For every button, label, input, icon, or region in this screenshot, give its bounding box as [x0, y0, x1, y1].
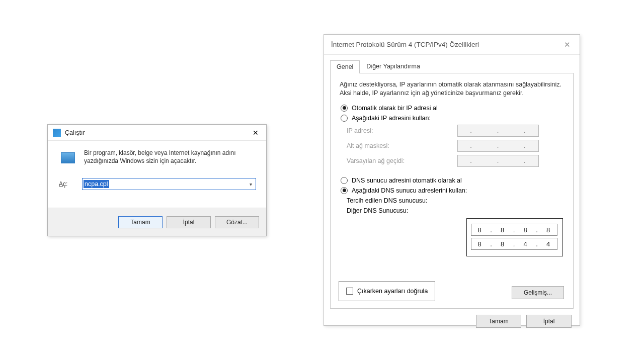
tab-body-general: Ağınız destekliyorsa, IP ayarlarının oto… — [330, 73, 574, 309]
pref-dns-input[interactable]: 8. 8. 8. 8 — [471, 224, 557, 236]
tab-general[interactable]: Genel — [330, 60, 360, 73]
ok-button[interactable]: Tamam — [476, 315, 521, 328]
ipv4-properties-dialog: İnternet Protokolü Sürüm 4 (TCP/IPv4) Öz… — [324, 34, 580, 326]
run-footer: Tamam İptal Gözat... — [48, 208, 266, 236]
dns-manual-label: Aşağıdaki DNS sunucu adreslerini kullan: — [352, 187, 467, 194]
ip-address-label: IP adresi: — [347, 127, 457, 134]
ip-manual-radio[interactable]: Aşağıdaki IP adresini kullan: — [341, 115, 565, 122]
dns-auto-label: DNS sunucu adresini otomatik olarak al — [352, 177, 462, 184]
radio-icon — [341, 177, 348, 184]
cancel-button[interactable]: İptal — [167, 216, 211, 228]
advanced-button[interactable]: Gelişmiş... — [512, 286, 564, 299]
run-titlebar: Çalıştır ✕ — [48, 125, 266, 141]
pref-dns-label: Tercih edilen DNS sunucusu: — [347, 197, 457, 204]
run-body: Bir program, klasör, belge veya Internet… — [48, 141, 266, 195]
help-text: Ağınız destekliyorsa, IP ayarlarının oto… — [340, 80, 565, 98]
dns-entries-frame: 8. 8. 8. 8 8. 8. 4. 4 — [466, 218, 563, 256]
cancel-button[interactable]: İptal — [526, 315, 572, 328]
ipv4-titlebar: İnternet Protokolü Sürüm 4 (TCP/IPv4) Öz… — [324, 35, 580, 55]
ip-auto-radio[interactable]: Otomatik olarak bir IP adresi al — [341, 105, 565, 112]
alt-dns-label: Diğer DNS Sunucusu: — [347, 207, 457, 214]
radio-icon — [341, 105, 348, 112]
browse-button[interactable]: Gözat... — [215, 216, 259, 228]
run-description: Bir program, klasör, belge veya Internet… — [84, 149, 250, 165]
ip-address-input: ... — [457, 125, 539, 137]
tabstrip: Genel Diğer Yapılandırma — [330, 60, 574, 73]
dns-manual-radio[interactable]: Aşağıdaki DNS sunucu adreslerini kullan: — [341, 187, 565, 194]
ipv4-footer: Tamam İptal — [324, 309, 580, 328]
subnet-input: ... — [457, 140, 539, 152]
run-app-icon — [53, 129, 61, 137]
ipv4-title: İnternet Protokolü Sürüm 4 (TCP/IPv4) Öz… — [331, 41, 559, 48]
validate-label: Çıkarken ayarları doğrula — [357, 288, 428, 295]
run-dialog: Çalıştır ✕ Bir program, klasör, belge ve… — [47, 124, 267, 236]
close-icon[interactable]: ✕ — [248, 127, 263, 138]
radio-icon — [341, 187, 348, 194]
open-combobox[interactable]: ncpa.cpl ▾ — [82, 178, 256, 190]
ok-button[interactable]: Tamam — [118, 216, 163, 228]
radio-icon — [341, 115, 348, 122]
gateway-input: ... — [457, 155, 539, 167]
run-large-icon — [59, 149, 77, 167]
checkbox-icon — [346, 288, 353, 295]
ip-auto-label: Otomatik olarak bir IP adresi al — [352, 105, 438, 112]
open-label: Aç: — [59, 180, 82, 188]
open-input-value[interactable]: ncpa.cpl — [84, 180, 109, 188]
validate-on-exit-checkbox[interactable]: Çıkarken ayarları doğrula — [339, 281, 435, 301]
chevron-down-icon[interactable]: ▾ — [246, 178, 256, 190]
alt-dns-input[interactable]: 8. 8. 4. 4 — [471, 238, 557, 250]
tab-alt-config[interactable]: Diğer Yapılandırma — [360, 60, 427, 73]
subnet-label: Alt ağ maskesi: — [347, 142, 457, 149]
dns-auto-radio[interactable]: DNS sunucu adresini otomatik olarak al — [341, 177, 565, 184]
close-icon[interactable]: ✕ — [559, 40, 575, 49]
ip-manual-label: Aşağıdaki IP adresini kullan: — [352, 115, 431, 122]
run-title: Çalıştır — [65, 129, 248, 136]
gateway-label: Varsayılan ağ geçidi: — [347, 157, 457, 164]
